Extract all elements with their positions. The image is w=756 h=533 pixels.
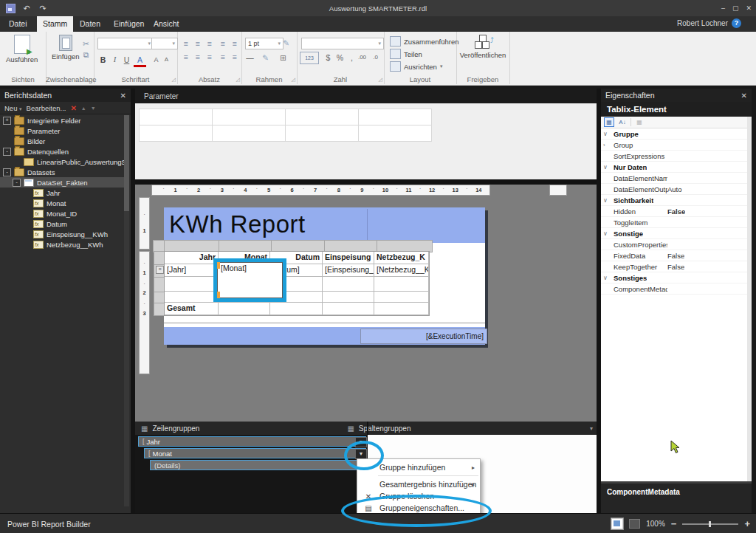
property-value[interactable]: False — [667, 263, 684, 271]
zahl-dialog-launcher-icon[interactable]: ◿ — [379, 77, 382, 83]
align-top-icon[interactable]: ≡ — [179, 38, 192, 49]
property-row[interactable]: ToggleItem — [601, 217, 752, 228]
property-value[interactable]: False — [667, 207, 685, 216]
minimize-button[interactable]: – — [721, 4, 725, 12]
tree-expander-icon[interactable]: - — [3, 168, 11, 176]
cut-icon[interactable]: ✂ — [80, 38, 92, 49]
bold-button[interactable]: B — [97, 54, 109, 65]
selection-handle-bottom[interactable] — [217, 292, 220, 298]
numbered-list-icon[interactable]: ≡ — [228, 51, 241, 62]
zoom-in-button[interactable]: + — [744, 518, 750, 529]
property-row[interactable]: ∨ Sichtbarkeit — [601, 195, 752, 206]
publish-button[interactable]: ⤴ Veröffentlichen — [456, 35, 509, 59]
border-box-icon[interactable]: ⊞ — [277, 52, 289, 63]
data-cell[interactable] — [374, 292, 429, 303]
context-menu-item[interactable]: Gesamtergebnis hinzufügen ▸ — [357, 478, 480, 490]
row-group-jahr[interactable]: [Jahr — [138, 436, 366, 447]
category-chevron-icon[interactable]: › — [601, 142, 614, 148]
tree-item[interactable]: Einspeisung__KWh — [0, 229, 126, 239]
report-data-close-icon[interactable]: ✕ — [120, 92, 126, 100]
design-view-icon[interactable] — [611, 518, 623, 529]
font-family-select[interactable]: ▾ — [97, 38, 154, 49]
left-panel-scrollbar-thumb[interactable] — [124, 115, 129, 211]
categorized-view-icon[interactable]: ▦ — [604, 117, 614, 127]
data-cell[interactable] — [270, 303, 323, 315]
align-button[interactable]: Ausrichten ▾ — [390, 61, 442, 72]
move-up-icon[interactable]: ▲ — [81, 106, 86, 111]
report-title-textbox[interactable]: KWh Report — [169, 207, 306, 243]
run-button[interactable]: Ausführen — [6, 35, 38, 63]
tree-expander-icon[interactable]: - — [3, 148, 11, 156]
paste-button[interactable]: Einfügen — [52, 35, 80, 61]
bullet-list-icon[interactable]: ≡ — [216, 51, 229, 62]
property-row[interactable]: SortExpressions — [601, 151, 752, 162]
delete-icon[interactable]: ✕ — [70, 104, 76, 112]
property-value[interactable]: False — [667, 252, 684, 260]
property-row[interactable]: FixedData False — [601, 250, 752, 261]
tree-item[interactable]: Datum — [0, 219, 126, 229]
property-row[interactable]: ∨ Sonstige — [601, 228, 752, 239]
tree-item[interactable]: Bilder — [0, 136, 126, 146]
selection-handle-top[interactable] — [217, 262, 220, 269]
property-row[interactable]: ∨ Gruppe — [601, 128, 752, 140]
increase-decimals-icon[interactable]: .00 — [356, 52, 368, 63]
property-row[interactable]: Hidden False — [601, 206, 752, 217]
parameter-grid-cell[interactable] — [285, 109, 359, 125]
header-cell[interactable]: Jahr — [165, 252, 219, 264]
tree-item[interactable]: Monat — [0, 198, 126, 208]
run-view-icon[interactable] — [629, 519, 640, 529]
zoom-slider[interactable] — [682, 523, 738, 525]
grand-total-cell[interactable]: Gesamt — [165, 303, 219, 315]
tree-item[interactable]: LinearisPublic_AuswertungSMARTME — [0, 157, 126, 167]
property-row[interactable]: ∨ Sonstiges — [601, 272, 752, 283]
category-chevron-icon[interactable]: ∨ — [601, 275, 614, 281]
report-footer-band[interactable]: [&ExecutionTime] — [164, 327, 485, 345]
align-right-icon[interactable]: ≡ — [203, 51, 216, 62]
border-style-icon[interactable]: — — [244, 52, 256, 63]
align-bottom-icon[interactable]: ≡ — [203, 38, 216, 49]
properties-close-icon[interactable]: ✕ — [741, 92, 747, 100]
parameter-grid-cell[interactable] — [212, 109, 286, 125]
tree-item[interactable]: - Datenquellen — [0, 146, 126, 157]
parameter-grid-cell[interactable] — [285, 125, 359, 142]
execution-time-textbox[interactable]: [&ExecutionTime] — [360, 329, 487, 344]
alphabetical-sort-icon[interactable]: A↓ — [617, 117, 628, 127]
groups-panel-dropdown-icon[interactable]: ▾ — [590, 425, 593, 432]
border-color-icon[interactable]: ✎ — [280, 37, 292, 48]
merge-button[interactable]: Zusammenführen — [390, 36, 458, 47]
context-menu-item[interactable] — [378, 475, 478, 476]
tree-item[interactable]: Parameter — [0, 125, 126, 136]
parameter-grid-cell[interactable] — [358, 109, 432, 125]
rahmen-dialog-launcher-icon[interactable]: ◿ — [292, 77, 295, 83]
tab-stamm[interactable]: Stamm — [37, 16, 73, 32]
tab-ansicht[interactable]: Ansicht — [148, 16, 185, 32]
data-cell[interactable] — [323, 303, 374, 315]
tree-item[interactable]: + Integrierte Felder — [0, 115, 126, 125]
data-cell[interactable]: [Jahr] — [165, 264, 219, 277]
shrink-font-button[interactable]: A — [160, 54, 173, 65]
close-button[interactable]: ✕ — [746, 4, 752, 12]
parameter-grid-cell[interactable] — [358, 125, 432, 142]
tab-daten[interactable]: Daten — [74, 16, 106, 32]
tree-item[interactable]: - Datasets — [0, 167, 126, 177]
indent-decrease-icon[interactable]: ≡ — [216, 38, 229, 49]
data-cell[interactable] — [323, 292, 374, 303]
tab-datei[interactable]: Datei — [3, 16, 33, 32]
font-color-button[interactable]: A — [134, 54, 146, 67]
italic-button[interactable]: I — [109, 54, 121, 65]
border-width-select[interactable]: 1 pt▾ — [245, 38, 284, 49]
data-cell[interactable] — [219, 303, 270, 315]
tree-item[interactable]: Jahr — [0, 188, 126, 198]
currency-icon[interactable]: $ — [322, 52, 334, 63]
property-row[interactable]: DataElementOutput Auto — [601, 184, 752, 195]
property-pages-icon[interactable]: ▦ — [634, 117, 645, 127]
category-chevron-icon[interactable]: ∨ — [601, 131, 614, 137]
data-cell[interactable]: [Einspeisung_ — [323, 264, 374, 277]
move-down-icon[interactable]: ▼ — [91, 106, 96, 111]
align-center-icon[interactable]: ≡ — [191, 51, 204, 62]
row-group-details[interactable]: (Details) — [150, 460, 366, 470]
properties-scrollbar[interactable] — [747, 117, 752, 481]
tree-expander-icon[interactable]: + — [3, 117, 11, 125]
border-paint-icon[interactable]: ✎ — [259, 52, 272, 63]
property-row[interactable]: ComponentMetadata — [601, 283, 752, 295]
